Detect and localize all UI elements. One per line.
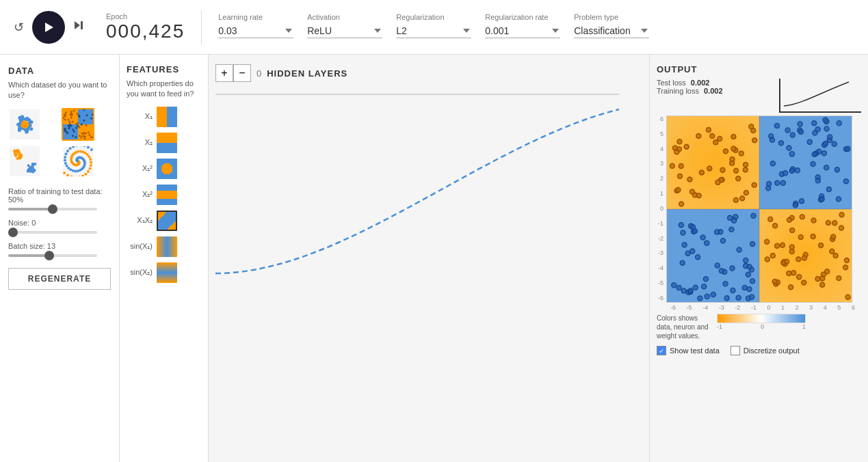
remove-layer-button[interactable]: − <box>233 64 251 82</box>
ratio-label: Ratio of training to test data: 50% <box>8 187 111 204</box>
feature-x2[interactable]: X₂ <box>127 133 201 153</box>
feature-x1-label: X₁ <box>127 112 153 121</box>
activation-label: Activation <box>307 13 382 21</box>
data-title: DATA <box>8 66 111 76</box>
regularization-rate-select[interactable]: 0.00100.010.1 <box>485 24 560 38</box>
dataset-item-circle[interactable] <box>8 108 41 141</box>
feature-x1-tile <box>157 107 177 127</box>
regularization-rate-group: Regularization rate 0.00100.010.1 <box>485 13 560 41</box>
step-icon <box>73 20 84 31</box>
show-test-data-label: Show test data <box>670 346 720 355</box>
ratio-slider-thumb[interactable] <box>48 204 57 214</box>
data-panel: DATA Which dataset do you want to use? R… <box>0 55 120 462</box>
learning-rate-label: Learning rate <box>218 13 293 21</box>
feature-sinx2[interactable]: sin(X₂) <box>127 262 201 283</box>
loss-header: Test loss 0.002 Training loss 0.002 <box>657 79 861 113</box>
problem-type-select[interactable]: ClassificationRegression <box>574 24 649 38</box>
y-axis-n2: -2 <box>658 235 663 242</box>
ratio-slider-fill <box>8 208 53 210</box>
add-layer-button[interactable]: + <box>215 64 233 82</box>
show-test-data-checkbox[interactable]: ✓ Show test data <box>657 346 720 355</box>
problem-type-group: Problem type ClassificationRegression <box>574 13 649 41</box>
svg-marker-0 <box>45 23 53 32</box>
activation-select[interactable]: ReLUTanhSigmoidLinear <box>307 24 382 38</box>
learning-rate-group: Learning rate 0.030.0010.010.10.3 <box>218 13 293 41</box>
color-legend-area: Colors shows data, neuron and weight val… <box>657 314 861 340</box>
reset-button[interactable]: ↺ <box>11 17 27 38</box>
color-mid-label: 0 <box>761 323 764 330</box>
hidden-layers-count: 0 <box>257 68 261 79</box>
color-bar <box>717 314 806 323</box>
feature-sinx1-label: sin(X₁) <box>127 242 153 251</box>
dataset-item-blobs[interactable] <box>8 145 41 178</box>
output-title: OUTPUT <box>657 64 861 74</box>
loss-info: Test loss 0.002 Training loss 0.002 <box>657 79 772 95</box>
dataset-question: Which dataset do you want to use? <box>8 80 111 101</box>
regularization-group: Regularization L2NoneL1 <box>396 13 471 41</box>
dataset-circle-preview <box>10 109 40 139</box>
y-axis-6: 6 <box>658 116 663 122</box>
epoch-value: 000,425 <box>106 21 185 42</box>
ratio-slider-track <box>8 208 97 210</box>
show-test-data-checkbox-box[interactable]: ✓ <box>657 346 666 355</box>
dataset-blobs-preview <box>10 146 40 176</box>
color-min-label: -1 <box>717 323 722 330</box>
loss-chart-svg <box>780 79 861 111</box>
noise-slider-row: Noise: 0 <box>8 219 111 234</box>
bottom-controls: ✓ Show test data Discretize output <box>657 346 861 355</box>
dataset-checkerboard-preview <box>63 109 93 139</box>
dataset-item-checkerboard[interactable] <box>62 108 94 141</box>
x-axis-n5: -5 <box>687 304 692 311</box>
x-axis-n2: -2 <box>735 304 740 311</box>
loss-chart <box>779 79 861 113</box>
y-axis-0: 0 <box>658 205 663 212</box>
discretize-output-checkbox[interactable]: Discretize output <box>731 346 800 355</box>
x-axis-n6: -6 <box>670 304 676 311</box>
hidden-layers-label: HIDDEN LAYERS <box>267 68 347 79</box>
feature-x2sq-label: X₂² <box>127 190 153 199</box>
playback-controls: ↺ <box>11 11 87 44</box>
test-loss-line: Test loss 0.002 <box>657 79 772 87</box>
network-header: + − 0 HIDDEN LAYERS <box>215 64 642 82</box>
batch-slider-thumb[interactable] <box>44 251 54 260</box>
test-loss-value: 0.002 <box>691 79 710 87</box>
play-button[interactable] <box>32 11 65 44</box>
epoch-label: Epoch <box>106 12 185 21</box>
y-axis-n5: -5 <box>658 280 663 286</box>
noise-slider-track <box>8 231 97 234</box>
x-axis-n4: -4 <box>702 304 708 311</box>
batch-slider-row: Batch size: 13 <box>8 242 111 257</box>
topbar: ↺ Epoch 000,425 Learning rate 0.030.0010… <box>0 0 868 55</box>
regenerate-button[interactable]: REGENERATE <box>8 268 111 290</box>
color-bar-labels: -1 0 1 <box>717 323 806 330</box>
feature-x1[interactable]: X₁ <box>127 107 201 127</box>
svg-marker-1 <box>75 21 80 29</box>
dataset-item-spiral[interactable] <box>62 145 94 178</box>
discretize-checkbox-box[interactable] <box>731 346 740 355</box>
feature-x2sq-tile <box>157 185 177 205</box>
checkmark-icon: ✓ <box>659 347 664 355</box>
network-panel: + − 0 HIDDEN LAYERS <box>209 55 649 462</box>
features-question: Which properties do you want to feed in? <box>127 79 201 100</box>
step-button[interactable] <box>70 17 87 37</box>
regularization-select[interactable]: L2NoneL1 <box>396 24 471 38</box>
learning-rate-select[interactable]: 0.030.0010.010.10.3 <box>218 24 293 38</box>
x-axis-6: 6 <box>852 304 855 311</box>
feature-x1x2[interactable]: X₁X₂ <box>127 210 201 231</box>
feature-x1sq-label: X₁² <box>127 164 153 173</box>
feature-sinx2-label: sin(X₂) <box>127 268 153 277</box>
x-axis-0: 0 <box>767 304 770 311</box>
feature-x1sq[interactable]: X₁² <box>127 159 201 179</box>
y-axis-n6: -6 <box>658 295 663 301</box>
feature-sinx1[interactable]: sin(X₁) <box>127 236 201 257</box>
noise-label: Noise: 0 <box>8 219 111 227</box>
dataset-spiral-preview <box>63 146 93 176</box>
color-legend-text: Colors shows data, neuron and weight val… <box>657 314 711 340</box>
feature-x2-label: X₂ <box>127 138 153 147</box>
batch-slider-track <box>8 254 97 257</box>
feature-x2sq[interactable]: X₂² <box>127 185 201 205</box>
activation-group: Activation ReLUTanhSigmoidLinear <box>307 13 382 41</box>
y-axis-1: 1 <box>658 190 663 197</box>
noise-slider-thumb[interactable] <box>8 228 18 237</box>
x-axis-n1: -1 <box>751 304 757 311</box>
